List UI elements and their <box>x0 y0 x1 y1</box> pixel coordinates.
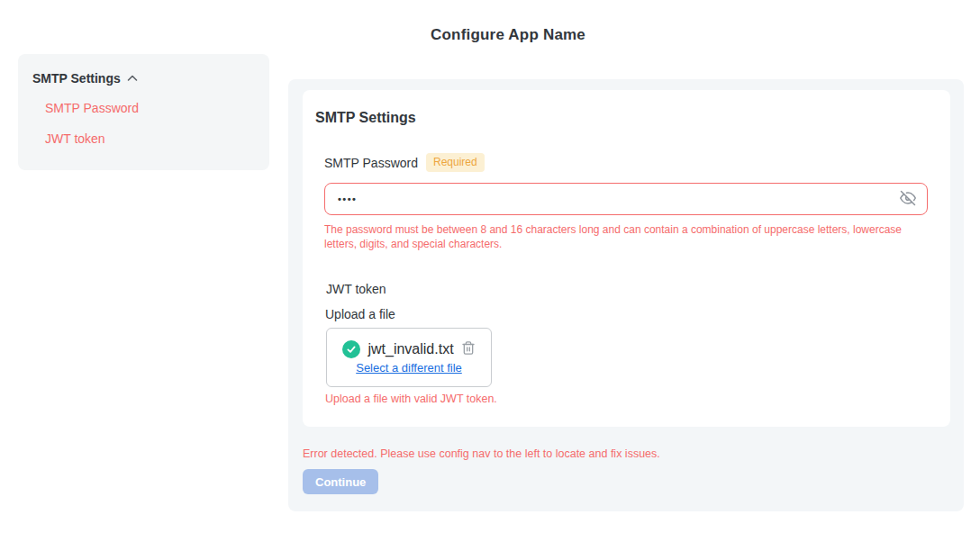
sidebar-section-label: SMTP Settings <box>32 71 121 86</box>
settings-panel: SMTP Settings SMTP Password Required <box>288 79 964 511</box>
delete-file-button[interactable] <box>461 340 476 358</box>
smtp-password-label: SMTP Password <box>324 156 418 170</box>
toggle-password-visibility-button[interactable] <box>900 190 916 209</box>
jwt-token-label: JWT token <box>326 282 386 296</box>
sidebar-section-smtp-settings[interactable]: SMTP Settings <box>32 71 139 86</box>
uploaded-file-name: jwt_invalid.txt <box>368 341 453 357</box>
chevron-up-icon <box>126 72 139 85</box>
file-upload-box: jwt_invalid.txt Select a different fi <box>326 328 492 387</box>
error-banner-text: Error detected. Please use config nav to… <box>303 447 660 460</box>
smtp-settings-card: SMTP Settings SMTP Password Required <box>303 90 950 427</box>
check-circle-icon <box>342 340 360 358</box>
trash-icon <box>461 340 476 358</box>
required-badge: Required <box>426 153 485 172</box>
sidebar-item-smtp-password[interactable]: SMTP Password <box>45 101 139 115</box>
select-different-file-link[interactable]: Select a different file <box>356 361 462 375</box>
continue-button[interactable]: Continue <box>303 469 378 494</box>
smtp-password-error-text: The password must be between 8 and 16 ch… <box>324 222 917 251</box>
upload-file-label: Upload a file <box>325 307 395 321</box>
jwt-token-error-text: Upload a file with valid JWT token. <box>325 393 497 405</box>
eye-off-icon <box>900 190 916 209</box>
card-title: SMTP Settings <box>315 110 416 126</box>
config-nav-sidebar: SMTP Settings SMTP Password JWT token <box>18 54 269 170</box>
smtp-password-input[interactable] <box>338 194 900 204</box>
sidebar-item-jwt-token[interactable]: JWT token <box>45 131 105 146</box>
smtp-password-field <box>324 183 928 215</box>
smtp-password-label-row: SMTP Password Required <box>324 153 485 172</box>
configure-app-page: Configure App Name SMTP Settings SMTP Pa… <box>0 0 980 560</box>
page-title: Configure App Name <box>0 26 980 44</box>
uploaded-file-row: jwt_invalid.txt <box>342 340 475 358</box>
